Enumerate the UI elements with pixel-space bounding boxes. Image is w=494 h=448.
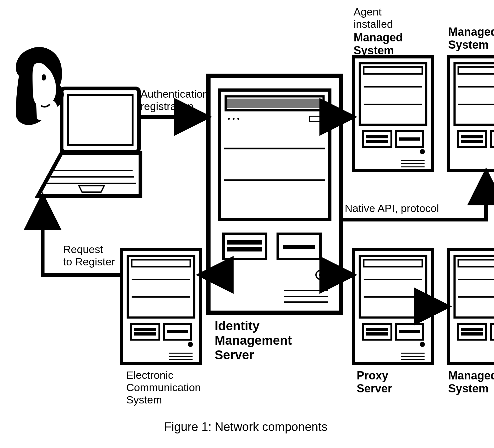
- svg-rect-17: [227, 99, 322, 108]
- svg-rect-26: [227, 247, 262, 251]
- label-agent-installed: Agent installed: [354, 6, 393, 30]
- label-proxy: Proxy Server: [357, 369, 392, 395]
- svg-point-18: [228, 118, 230, 120]
- svg-point-41: [42, 74, 46, 81]
- label-managed-system-agent: Managed System: [354, 31, 403, 57]
- label-managed-bottom: Managed System: [448, 369, 494, 395]
- diagram-svg: [0, 0, 494, 448]
- proxy-server-icon: [354, 250, 432, 363]
- managed-system-agent-icon: [354, 57, 432, 171]
- label-ecs: Electronic Communication System: [126, 369, 201, 406]
- svg-point-19: [233, 118, 235, 120]
- svg-rect-35: [68, 95, 133, 145]
- figure-caption: Figure 1: Network components: [164, 420, 327, 434]
- label-identity-server: Identity Management Server: [215, 318, 292, 362]
- identity-server-icon: [208, 76, 341, 313]
- managed-system-bottom-icon: [448, 250, 494, 363]
- label-native-api: Native API, protocol: [345, 202, 439, 215]
- electronic-comm-system-icon: [122, 250, 200, 363]
- svg-rect-28: [283, 245, 315, 249]
- label-authentication: Authentication, registration: [140, 88, 211, 112]
- svg-point-30: [319, 273, 322, 276]
- label-managed-system-top: Managed System: [448, 25, 494, 51]
- diagram-stage: Agent installed Managed System Managed S…: [0, 0, 494, 448]
- svg-rect-25: [227, 240, 262, 245]
- user-icon: [16, 47, 64, 125]
- managed-system-top-icon: [448, 57, 494, 171]
- svg-marker-36: [38, 153, 140, 196]
- label-request: Request to Register: [63, 243, 115, 268]
- svg-point-20: [237, 118, 239, 120]
- svg-rect-24: [223, 234, 266, 259]
